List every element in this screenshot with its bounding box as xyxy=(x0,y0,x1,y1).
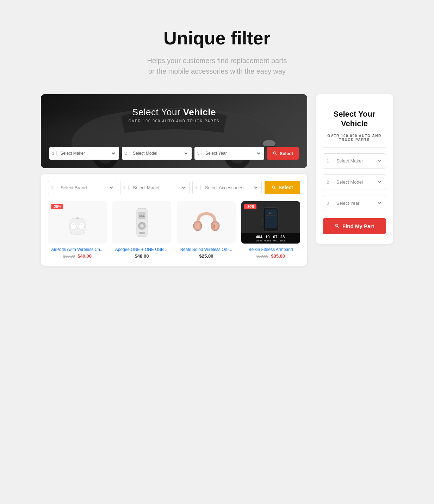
svg-rect-36 xyxy=(261,218,263,225)
product-badge: -30% xyxy=(244,204,256,209)
right-panel-title: Select Your Vehicle xyxy=(323,110,386,128)
acc-search-button[interactable]: Select xyxy=(265,181,300,194)
timer-days: 404 Days xyxy=(256,235,262,242)
vehicle-banner: Select Your Vehicle OVER 100.000 AUTO AN… xyxy=(41,94,307,168)
acc-search-icon xyxy=(272,185,277,190)
product-image-apogee: ONE xyxy=(112,201,171,244)
acc-select-brand-num: 1 xyxy=(51,185,56,190)
svg-rect-24 xyxy=(139,232,145,234)
timer-secs: 28 Secs xyxy=(279,235,286,242)
timer-mins-num: 07 xyxy=(273,235,278,239)
product-card: -20% xyxy=(48,201,107,259)
svg-point-18 xyxy=(81,224,82,225)
accessories-filters: 1 Select Brand 2 Select Model 3 Select A… xyxy=(48,181,300,194)
acc-select-model[interactable]: Select Model xyxy=(131,185,186,191)
svg-rect-32 xyxy=(265,209,277,229)
svg-text:b: b xyxy=(212,223,215,229)
banner-search-button[interactable]: Select xyxy=(267,147,299,160)
svg-rect-34 xyxy=(266,215,275,216)
apogee-image: ONE xyxy=(133,207,151,238)
timer-mins-label: Min. xyxy=(273,239,278,242)
right-select-maker-wrap: 1 Select Maker xyxy=(323,153,386,169)
banner-select-model-wrap: 2 Select Model xyxy=(122,147,192,160)
svg-text:ONE: ONE xyxy=(139,214,145,217)
timer-secs-num: 28 xyxy=(279,235,286,239)
price-sale: $40.00 xyxy=(78,253,92,259)
find-my-part-button[interactable]: Find My Part xyxy=(323,218,386,234)
product-badge: -20% xyxy=(51,204,63,209)
price-original: $50.00 xyxy=(63,254,75,258)
product-prices: $48.00 xyxy=(112,253,171,259)
svg-point-11 xyxy=(272,186,275,188)
product-card: ONE Apogee ONE + ONE USB ... $48.00 xyxy=(112,201,171,259)
banner-select-year-num: 3 xyxy=(197,151,202,155)
airpods-image xyxy=(63,208,92,236)
products-grid: -20% xyxy=(48,201,300,259)
acc-select-brand[interactable]: Select Brand xyxy=(59,185,114,191)
right-select-model-num: 2 xyxy=(327,180,332,185)
svg-point-37 xyxy=(335,225,338,227)
right-select-model-wrap: 2 Select Model xyxy=(323,174,386,190)
right-select-maker[interactable]: Select Maker xyxy=(335,158,382,164)
header-subtitle: Helps your customers find replacement pa… xyxy=(147,55,287,76)
page-title: Unique filter xyxy=(147,28,287,48)
timer-hours-num: 19 xyxy=(264,235,271,239)
right-select-year-wrap: 3 Select Year xyxy=(323,196,386,211)
banner-content: Select Your Vehicle OVER 100.000 AUTO AN… xyxy=(129,107,220,123)
right-panel-subtitle: OVER 100.000 AUTO AND TRUCK PARTS xyxy=(323,134,386,142)
svg-rect-14 xyxy=(76,217,79,219)
banner-filters: 1 Select Maker 2 Select Model 3 Select Y… xyxy=(49,147,299,160)
product-name[interactable]: Belkin Fitness Armband xyxy=(241,247,300,252)
svg-line-10 xyxy=(275,154,277,155)
svg-point-26 xyxy=(195,222,200,229)
acc-select-accessories-wrap: 3 Select Accessories xyxy=(192,181,262,194)
svg-line-12 xyxy=(274,188,276,190)
banner-select-maker-num: 1 xyxy=(52,151,57,155)
right-select-model[interactable]: Select Model xyxy=(335,179,382,185)
timer-hours: 19 Hours xyxy=(264,235,271,242)
timer-hours-label: Hours xyxy=(264,239,271,242)
right-select-year-num: 3 xyxy=(327,201,332,206)
product-prices: $25.00 xyxy=(177,253,236,259)
svg-line-38 xyxy=(337,227,339,228)
acc-select-model-wrap: 2 Select Model xyxy=(120,181,190,194)
timer-days-label: Days xyxy=(256,239,262,242)
price-sale: $35.00 xyxy=(271,253,285,259)
banner-title: Select Your Vehicle xyxy=(129,107,220,118)
acc-select-model-num: 2 xyxy=(123,185,129,190)
product-name[interactable]: AirPods (with Wireless Ch... xyxy=(48,247,107,252)
main-content: Select Your Vehicle OVER 100.000 AUTO AN… xyxy=(41,94,393,266)
banner-subtitle: OVER 100.000 AUTO AND TRUCK PARTS xyxy=(129,119,220,123)
acc-select-accessories-num: 3 xyxy=(196,185,201,190)
banner-select-year[interactable]: Select Year xyxy=(204,150,261,156)
product-name[interactable]: Beats Solo3 Wireless On-... xyxy=(177,247,236,252)
find-search-icon xyxy=(335,223,340,228)
product-card: b Beats Solo3 Wireless On-... $25.00 xyxy=(177,201,236,259)
right-select-year[interactable]: Select Year xyxy=(335,200,382,206)
find-button-label: Find My Part xyxy=(342,223,374,229)
right-divider xyxy=(323,147,386,148)
banner-select-model[interactable]: Select Model xyxy=(131,150,189,156)
banner-select-maker[interactable]: Select Maker xyxy=(59,150,116,156)
acc-select-accessories[interactable]: Select Accessories xyxy=(204,185,259,191)
product-name[interactable]: Apogee ONE + ONE USB ... xyxy=(112,247,171,252)
product-prices: $50.00 $35.00 xyxy=(241,253,300,259)
product-image-beats: b xyxy=(177,201,236,244)
price-regular: $25.00 xyxy=(199,253,213,259)
price-regular: $48.00 xyxy=(135,253,149,259)
banner-select-model-num: 2 xyxy=(125,151,129,155)
timer-days-num: 404 xyxy=(256,235,262,239)
price-original: $50.00 xyxy=(256,254,268,258)
product-prices: $50.00 $40.00 xyxy=(48,253,107,259)
timer-overlay: 404 Days 19 Hours 07 Min. xyxy=(241,233,300,244)
right-panel: Select Your Vehicle OVER 100.000 AUTO AN… xyxy=(316,94,393,244)
accessories-panel: 1 Select Brand 2 Select Model 3 Select A… xyxy=(41,174,307,266)
svg-point-9 xyxy=(273,152,276,154)
acc-select-brand-wrap: 1 Select Brand xyxy=(48,181,117,194)
banner-select-maker-wrap: 1 Select Maker xyxy=(49,147,119,160)
svg-text:9:41: 9:41 xyxy=(269,213,272,214)
product-card: -30% 9:41 xyxy=(241,201,300,259)
banner-search-icon xyxy=(273,151,278,156)
svg-point-16 xyxy=(73,224,74,225)
right-select-maker-num: 1 xyxy=(327,159,332,164)
